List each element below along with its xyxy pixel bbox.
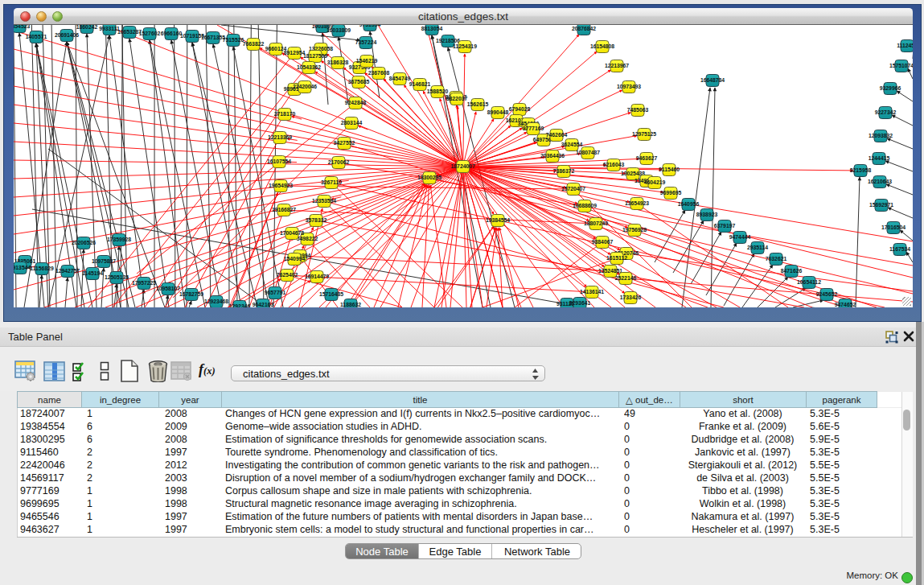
svg-text:9427552: 9427552 xyxy=(334,140,355,146)
svg-text:22420046: 22420046 xyxy=(293,84,317,89)
svg-text:10975887: 10975887 xyxy=(92,258,116,264)
svg-text:10688609: 10688609 xyxy=(573,203,597,208)
svg-text:10653287: 10653287 xyxy=(117,29,142,35)
svg-text:2170062: 2170062 xyxy=(328,159,350,165)
svg-text:12213967: 12213967 xyxy=(605,63,629,68)
svg-text:1188632: 1188632 xyxy=(340,302,361,307)
svg-text:11156829: 11156829 xyxy=(30,266,54,271)
svg-text:12923468: 12923468 xyxy=(204,299,228,304)
svg-text:18127509: 18127509 xyxy=(303,53,327,59)
svg-text:18300295: 18300295 xyxy=(417,175,441,180)
svg-text:3267110: 3267110 xyxy=(321,179,342,185)
svg-text:1733426: 1733426 xyxy=(620,295,642,300)
svg-text:1562615: 1562615 xyxy=(467,101,489,107)
svg-text:20206526: 20206526 xyxy=(72,240,96,245)
svg-text:1854523: 1854523 xyxy=(14,25,30,29)
svg-text:9777169: 9777169 xyxy=(523,126,544,131)
svg-text:9731594: 9731594 xyxy=(359,25,381,27)
svg-text:16648784: 16648784 xyxy=(700,77,725,83)
svg-text:7632621: 7632621 xyxy=(766,256,787,262)
svg-text:12942757: 12942757 xyxy=(55,268,80,274)
svg-text:1540994: 1540994 xyxy=(284,256,306,262)
svg-text:7663822: 7663822 xyxy=(243,41,265,47)
svg-text:1244415: 1244415 xyxy=(869,155,890,161)
svg-text:4604219: 4604219 xyxy=(644,179,666,185)
svg-text:14136141: 14136141 xyxy=(580,289,604,295)
svg-text:16033809: 16033809 xyxy=(326,27,351,33)
svg-text:16107554: 16107554 xyxy=(267,159,291,164)
svg-text:17004678: 17004678 xyxy=(280,230,304,236)
svg-text:9474652: 9474652 xyxy=(835,302,856,307)
svg-text:8938923: 8938923 xyxy=(696,212,718,217)
svg-text:18807249: 18807249 xyxy=(584,220,608,226)
svg-text:8293641: 8293641 xyxy=(569,300,591,306)
svg-text:12505135: 12505135 xyxy=(105,274,129,280)
svg-text:20364436: 20364436 xyxy=(540,153,565,159)
svg-text:11254319: 11254319 xyxy=(453,43,477,49)
svg-text:1640956: 1640956 xyxy=(678,201,700,207)
svg-text:8471626: 8471626 xyxy=(781,268,803,274)
svg-text:16154808: 16154808 xyxy=(590,43,614,49)
svg-text:12975125: 12975125 xyxy=(632,131,656,137)
svg-text:7625402: 7625402 xyxy=(277,272,298,278)
svg-text:1167534: 1167534 xyxy=(889,246,910,252)
svg-text:16210643: 16210643 xyxy=(868,179,892,184)
svg-text:19756928: 19756928 xyxy=(622,227,647,233)
svg-text:2718170: 2718170 xyxy=(274,111,296,117)
svg-text:16782759: 16782759 xyxy=(179,291,203,297)
svg-text:1112453: 1112453 xyxy=(897,43,913,48)
svg-text:1588520: 1588520 xyxy=(427,89,449,94)
svg-text:1527602: 1527602 xyxy=(139,31,161,36)
svg-text:1145194: 1145194 xyxy=(82,270,103,276)
svg-text:7386372: 7386372 xyxy=(553,168,575,174)
svg-text:19384554: 19384554 xyxy=(486,217,510,223)
svg-text:19218506: 19218506 xyxy=(436,38,460,43)
svg-text:9657791: 9657791 xyxy=(265,290,286,295)
svg-text:17016504: 17016504 xyxy=(881,225,906,230)
svg-text:9115460: 9115460 xyxy=(659,167,680,172)
svg-text:9329966: 9329966 xyxy=(880,85,901,91)
svg-text:7485063: 7485063 xyxy=(627,107,649,113)
svg-text:20876842: 20876842 xyxy=(572,26,596,31)
svg-text:3578332: 3578332 xyxy=(306,217,327,223)
svg-text:1405571: 1405571 xyxy=(26,34,47,39)
svg-text:8990448: 8990448 xyxy=(487,109,509,115)
svg-text:12213369: 12213369 xyxy=(268,134,292,140)
svg-text:9642163: 9642163 xyxy=(253,302,274,307)
svg-text:12093832: 12093832 xyxy=(869,133,893,138)
svg-text:20691406: 20691406 xyxy=(55,32,79,38)
svg-text:2803144: 2803144 xyxy=(341,120,363,126)
svg-text:10654112: 10654112 xyxy=(797,279,821,285)
svg-text:1546219: 1546219 xyxy=(356,58,378,64)
svg-text:19654923: 19654923 xyxy=(269,183,293,188)
svg-text:6966160: 6966160 xyxy=(161,31,183,36)
svg-text:1860242: 1860242 xyxy=(76,25,98,30)
svg-text:16671355: 16671355 xyxy=(201,35,225,40)
svg-text:8822037: 8822037 xyxy=(446,96,468,101)
svg-text:19166827: 19166827 xyxy=(272,207,296,212)
svg-text:13654923: 13654923 xyxy=(625,200,649,206)
svg-text:9474444: 9474444 xyxy=(729,234,751,240)
svg-text:3624554: 3624554 xyxy=(561,142,583,147)
svg-text:6379197: 6379197 xyxy=(714,223,736,229)
svg-text:17957225: 17957225 xyxy=(132,280,156,286)
svg-text:6794028: 6794028 xyxy=(509,106,531,112)
svg-text:8912954: 8912954 xyxy=(284,50,306,56)
svg-text:15716485: 15716485 xyxy=(319,291,343,297)
svg-text:3913544: 3913544 xyxy=(14,265,31,270)
svg-text:3675685: 3675685 xyxy=(348,79,370,84)
svg-text:10807487: 10807487 xyxy=(576,150,600,155)
svg-text:1292346: 1292346 xyxy=(229,303,251,307)
svg-text:15720407: 15720407 xyxy=(561,186,585,192)
svg-text:9242848: 9242848 xyxy=(345,100,367,105)
svg-text:17359928: 17359928 xyxy=(107,237,131,242)
svg-text:2367608: 2367608 xyxy=(368,70,390,76)
svg-text:10973493: 10973493 xyxy=(617,84,641,89)
svg-text:9463627: 9463627 xyxy=(636,155,658,161)
svg-text:2522146: 2522146 xyxy=(615,275,637,281)
svg-text:9245652: 9245652 xyxy=(816,291,838,297)
svg-text:7462664: 7462664 xyxy=(546,132,568,138)
svg-text:16914479: 16914479 xyxy=(305,274,329,279)
svg-text:15692971: 15692971 xyxy=(869,202,893,208)
svg-text:2935114: 2935114 xyxy=(747,245,768,250)
